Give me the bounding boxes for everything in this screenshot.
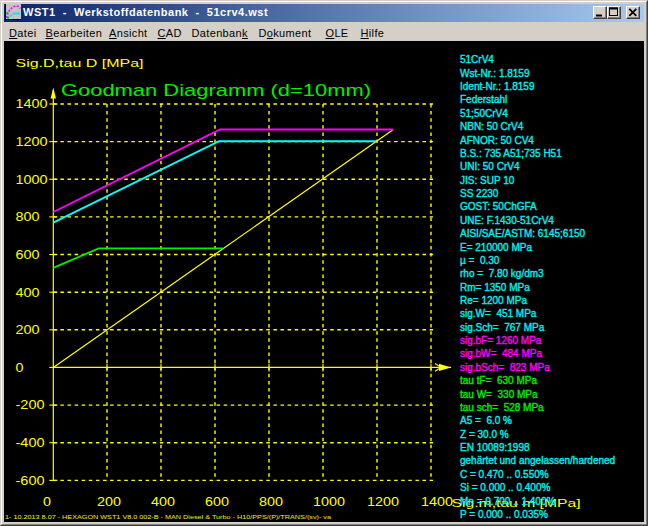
svg-text:1000: 1000 bbox=[313, 495, 345, 509]
svg-text:Goodman Diagramm (d=10mm): Goodman Diagramm (d=10mm) bbox=[61, 81, 371, 100]
svg-text:1200: 1200 bbox=[367, 495, 399, 509]
svg-text:-600: -600 bbox=[16, 474, 45, 488]
svg-text:200: 200 bbox=[97, 495, 121, 509]
svg-text:600: 600 bbox=[16, 248, 40, 262]
svg-text:-200: -200 bbox=[16, 398, 45, 412]
svg-text:1- 10.2013 8.07 - HEXAGON WST1: 1- 10.2013 8.07 - HEXAGON WST1 V8.0 002-… bbox=[5, 514, 332, 520]
svg-text:1000: 1000 bbox=[16, 173, 48, 187]
svg-text:-400: -400 bbox=[16, 436, 45, 450]
svg-text:400: 400 bbox=[16, 286, 40, 300]
svg-text:Sig.D,tau D [MPa]: Sig.D,tau D [MPa] bbox=[16, 57, 144, 69]
svg-text:600: 600 bbox=[205, 495, 229, 509]
svg-text:800: 800 bbox=[16, 210, 40, 224]
svg-text:200: 200 bbox=[16, 323, 40, 337]
svg-text:800: 800 bbox=[259, 495, 283, 509]
svg-text:1400: 1400 bbox=[421, 495, 453, 509]
svg-text:0: 0 bbox=[43, 495, 51, 509]
svg-text:1400: 1400 bbox=[16, 97, 48, 111]
svg-text:1200: 1200 bbox=[16, 135, 48, 149]
svg-text:0: 0 bbox=[16, 361, 24, 375]
svg-text:400: 400 bbox=[151, 495, 175, 509]
